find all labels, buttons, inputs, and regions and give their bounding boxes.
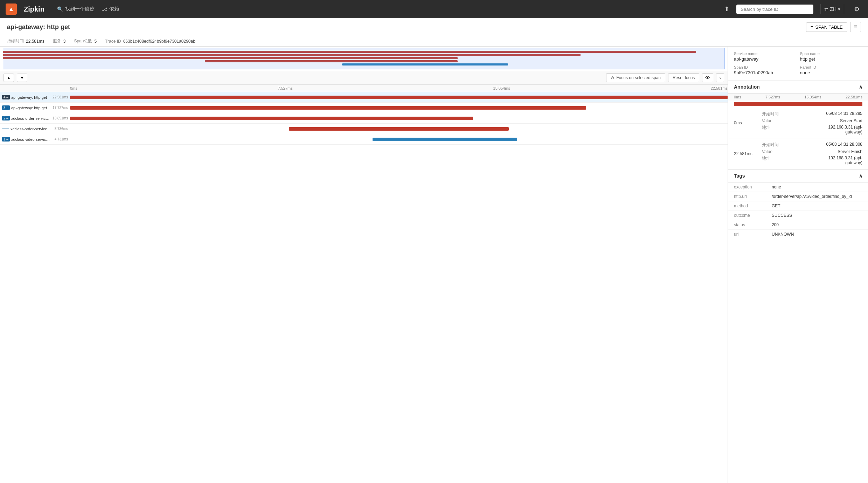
- service-name-value: api-gateway: [734, 56, 797, 62]
- search-input[interactable]: [736, 5, 813, 14]
- tag-row: http.url/order-server/api/v1/video_order…: [728, 192, 868, 201]
- tag-value: 200: [772, 222, 862, 227]
- span-total-label: Span总数: [74, 38, 92, 44]
- nav-find[interactable]: 🔍 找到一个痕迹: [57, 6, 95, 12]
- up-button[interactable]: ▲: [4, 74, 14, 82]
- span-badge: 3 –: [2, 105, 10, 110]
- ruler-t0: 0ms: [70, 86, 77, 90]
- span-bar-col: [70, 113, 728, 123]
- meta-bar: 持续时间 22.581ms 服务 3 Span总数 5 Trace ID 663…: [0, 36, 868, 47]
- annotation-key: 开始时间: [762, 110, 815, 118]
- annotation-item: 22.581ms开始时间05/08 14:31:28.308ValueServe…: [728, 138, 868, 169]
- annotation-bar-row: [728, 101, 868, 108]
- list-icon: ≡: [811, 25, 813, 30]
- tags-items: exceptionnonehttp.url/order-server/api/v…: [728, 182, 868, 239]
- eye-button[interactable]: 👁: [702, 73, 713, 82]
- span-id-label: Span ID: [734, 65, 797, 69]
- page-header: api-gateway: http get ≡ SPAN TABLE ≡: [0, 18, 868, 36]
- span-label-col: 1 –xdclass-video-service: http get /api/…: [0, 137, 70, 142]
- span-name-field: Span name http get: [800, 51, 863, 62]
- span-bar-col: [70, 103, 728, 113]
- span-info-section: Service name api-gateway Span name http …: [728, 47, 868, 81]
- hamburger-icon: ≡: [854, 24, 857, 30]
- upload-icon[interactable]: ⬆: [724, 5, 729, 13]
- span-duration: 17.727ms: [51, 106, 68, 110]
- annotation-header[interactable]: Annotation ∧: [728, 81, 868, 94]
- chevron-down-icon: ▾: [838, 6, 840, 12]
- reset-focus-button[interactable]: Reset focus: [668, 73, 699, 82]
- annotation-collapse-icon[interactable]: ∧: [859, 84, 862, 90]
- span-row[interactable]: xdclass-order-service: http get8.736ms: [0, 124, 728, 134]
- span-bar: [70, 96, 728, 99]
- nav-find-label: 找到一个痕迹: [65, 6, 95, 12]
- span-name: xdclass-order-service: http get /api/v1/…: [11, 116, 50, 120]
- up-arrow-icon: ▲: [7, 75, 11, 80]
- span-bar-col: [70, 134, 728, 144]
- span-name: api-gateway: http get: [11, 106, 47, 110]
- span-row[interactable]: 4 –api-gateway: http get22.581ms: [0, 92, 728, 103]
- language-selector[interactable]: ⇄ ZH ▾: [820, 4, 844, 14]
- span-label-col: 4 –api-gateway: http get22.581ms: [0, 95, 70, 99]
- eye-icon: 👁: [705, 75, 710, 81]
- annotation-value: Server Finish: [815, 149, 868, 155]
- service-value: 3: [63, 39, 66, 44]
- search-icon: 🔍: [57, 6, 63, 12]
- tag-value: /order-server/api/v1/video_order/find_by…: [772, 194, 862, 199]
- tag-key: url: [734, 232, 769, 237]
- app-title: Zipkin: [24, 5, 44, 13]
- annotation-key: Value: [762, 149, 815, 155]
- tag-key: status: [734, 222, 769, 227]
- annotation-key: 开始时间: [762, 141, 815, 149]
- ann-ruler-t2: 15.054ms: [804, 95, 821, 99]
- settings-icon[interactable]: ⚙: [851, 5, 862, 13]
- tag-key: exception: [734, 185, 769, 189]
- span-name-value: http get: [800, 56, 863, 62]
- span-bar: [289, 127, 508, 131]
- down-button[interactable]: ▼: [17, 74, 27, 82]
- annotation-value: 05/08 14:31:28.285: [815, 110, 868, 118]
- timeline-panel: ▲ ▼ ⊙ Focus on selected span Reset focus…: [0, 47, 728, 483]
- tag-key: method: [734, 203, 769, 208]
- annotation-key: 地址: [762, 124, 815, 135]
- spans-container[interactable]: 4 –api-gateway: http get22.581ms3 –api-g…: [0, 92, 728, 483]
- span-row[interactable]: 2 –xdclass-order-service: http get /api/…: [0, 113, 728, 124]
- service-label: 服务: [53, 38, 61, 44]
- span-table-button[interactable]: ≡ SPAN TABLE: [806, 22, 847, 32]
- span-id-value: 9bf9e7301a0290ab: [734, 70, 797, 75]
- span-total-value: 5: [94, 39, 97, 44]
- timeline-ruler: 0ms 7.527ms 15.054ms 22.581ms: [0, 85, 728, 92]
- annotation-items: 0ms开始时间05/08 14:31:28.285ValueServer Sta…: [728, 108, 868, 169]
- span-row[interactable]: 3 –api-gateway: http get17.727ms: [0, 103, 728, 113]
- tags-header[interactable]: Tags ∧: [728, 169, 868, 182]
- span-bar-col: [70, 124, 728, 134]
- lang-label: ZH: [830, 6, 836, 12]
- tags-collapse-icon[interactable]: ∧: [859, 173, 862, 179]
- span-bar: [70, 117, 473, 120]
- focus-icon: ⊙: [611, 75, 614, 80]
- toolbar: ▲ ▼ ⊙ Focus on selected span Reset focus…: [0, 71, 728, 85]
- service-name-field: Service name api-gateway: [734, 51, 797, 62]
- tag-row: status200: [728, 220, 868, 230]
- span-badge: 2 –: [2, 116, 10, 120]
- tag-value: UNKNOWN: [772, 232, 862, 237]
- span-badge: [2, 129, 9, 129]
- ruler-t3: 22.581ms: [711, 86, 728, 90]
- translate-icon: ⇄: [824, 6, 828, 12]
- span-row[interactable]: 1 –xdclass-video-service: http get /api/…: [0, 134, 728, 145]
- annotation-value: Server Start: [815, 118, 868, 124]
- span-bar: [70, 106, 586, 110]
- minimap[interactable]: [0, 47, 728, 71]
- menu-button[interactable]: ≡: [850, 22, 861, 32]
- tag-row: exceptionnone: [728, 182, 868, 192]
- tag-key: http.url: [734, 194, 769, 199]
- right-arrow-icon: ›: [719, 75, 721, 81]
- tag-value: SUCCESS: [772, 213, 862, 218]
- page-title: api-gateway: http get: [7, 23, 70, 31]
- focus-selected-span-button[interactable]: ⊙ Focus on selected span: [606, 73, 665, 82]
- arrow-button[interactable]: ›: [716, 73, 724, 82]
- nav-dependency[interactable]: ⎇ 依赖: [102, 6, 119, 12]
- annotation-time: 0ms: [734, 120, 762, 125]
- ruler-t2: 15.054ms: [493, 86, 510, 90]
- span-badge: 4 –: [2, 95, 10, 99]
- span-duration: 4.731ms: [53, 137, 68, 141]
